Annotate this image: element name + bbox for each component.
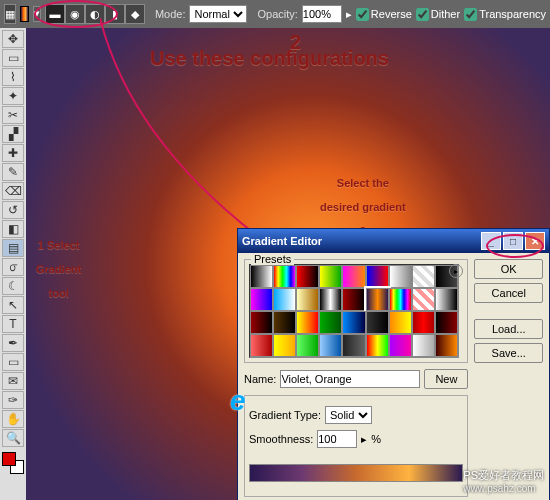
gradient-settings: Gradient Type: Solid Smoothness: ▸ % [244,395,468,497]
mode-label: Mode: [155,8,186,20]
preset-swatch[interactable] [319,334,342,357]
cancel-button[interactable]: Cancel [474,283,543,303]
preset-swatch[interactable] [342,265,365,288]
preset-swatch[interactable] [250,288,273,311]
pen-tool[interactable]: ✒ [2,334,24,352]
preset-swatch[interactable] [296,288,319,311]
smooth-label: Smoothness: [249,433,313,445]
eyedropper-tool[interactable]: ✑ [2,391,24,409]
crop-tool[interactable]: ✂ [2,106,24,124]
brush-tool[interactable]: ✎ [2,163,24,181]
eraser-tool[interactable]: ◧ [2,220,24,238]
preset-swatch[interactable] [296,334,319,357]
diamond-gradient-btn[interactable]: ◆ [125,4,145,24]
opacity-label: Opacity: [257,8,297,20]
annotation-2: Use these configurations [150,46,389,70]
notes-tool[interactable]: ✉ [2,372,24,390]
presets-menu-icon[interactable]: ▸ [449,264,463,278]
preset-swatch[interactable] [412,265,435,288]
opacity-input[interactable] [302,5,342,23]
save-button[interactable]: Save... [474,343,543,363]
watermark: PS爱好者教程网 www.psahz.com [463,467,544,494]
marquee-tool[interactable]: ▭ [2,49,24,67]
presets-fieldset: Presets ▸ [244,259,468,363]
smooth-input[interactable] [317,430,357,448]
heal-tool[interactable]: ✚ [2,144,24,162]
preset-swatch[interactable] [273,265,296,288]
tool-palette: ✥ ▭ ⌇ ✦ ✂ ▞ ✚ ✎ ⌫ ↺ ◧ ▤ ൦ ☾ ↖ T ✒ ▭ ✉ ✑ … [0,28,26,500]
mode-select[interactable]: Normal [189,5,247,23]
history-brush-tool[interactable]: ↺ [2,201,24,219]
shape-tool[interactable]: ▭ [2,353,24,371]
preset-swatch[interactable] [412,288,435,311]
logo-e: e [230,385,246,417]
preset-swatch[interactable] [412,311,435,334]
ok-button[interactable]: OK [474,259,543,279]
slice-tool[interactable]: ▞ [2,125,24,143]
gtype-select[interactable]: Solid [325,406,372,424]
preset-swatch[interactable] [250,265,273,288]
type-tool[interactable]: T [2,315,24,333]
gtype-label: Gradient Type: [249,409,321,421]
percent-label: % [371,433,381,445]
presets-label: Presets [251,253,294,265]
move-tool[interactable]: ✥ [2,30,24,48]
presets-grid [249,264,459,358]
preset-swatch[interactable] [319,288,342,311]
wand-tool[interactable]: ✦ [2,87,24,105]
preset-swatch[interactable] [366,265,389,288]
preset-swatch[interactable] [273,334,296,357]
name-label: Name: [244,373,276,385]
annotation-circle-1 [34,0,118,28]
preset-swatch[interactable] [389,288,412,311]
annotation-1: 1 Select Gradient tool [36,230,81,302]
preset-swatch[interactable] [435,288,458,311]
transparency-checkbox[interactable]: Transparency [464,8,546,21]
zoom-tool[interactable]: 🔍 [2,429,24,447]
preset-swatch[interactable] [389,265,412,288]
gradient-editor-dialog: Gradient Editor _ □ ✕ Presets ▸ Name: Ne… [237,228,550,500]
preset-swatch[interactable] [250,334,273,357]
preset-swatch[interactable] [296,265,319,288]
preset-swatch[interactable] [296,311,319,334]
color-stops[interactable] [249,482,463,492]
preset-swatch[interactable] [342,311,365,334]
preset-swatch[interactable] [319,265,342,288]
preset-swatch[interactable] [250,311,273,334]
gradient-bar[interactable] [249,464,463,482]
preset-swatch[interactable] [342,288,365,311]
preset-swatch[interactable] [412,334,435,357]
opacity-stops[interactable] [249,448,463,458]
dialog-title: Gradient Editor [242,235,322,247]
path-tool[interactable]: ↖ [2,296,24,314]
blur-tool[interactable]: ൦ [2,258,24,276]
dodge-tool[interactable]: ☾ [2,277,24,295]
preset-swatch[interactable] [366,334,389,357]
new-button[interactable]: New [424,369,468,389]
reverse-checkbox[interactable]: Reverse [356,8,412,21]
load-button[interactable]: Load... [474,319,543,339]
dither-checkbox[interactable]: Dither [416,8,460,21]
preset-swatch[interactable] [366,288,389,311]
preset-swatch[interactable] [366,311,389,334]
opacity-arrow-icon[interactable]: ▸ [346,8,352,21]
annotation-circle-ok [486,234,544,258]
color-swatches[interactable] [2,452,24,474]
preset-swatch[interactable] [342,334,365,357]
preset-swatch[interactable] [319,311,342,334]
gradient-swatch[interactable] [20,6,29,22]
preset-swatch[interactable] [389,334,412,357]
tool-preset-picker[interactable]: ▦ [4,4,16,24]
stamp-tool[interactable]: ⌫ [2,182,24,200]
preset-swatch[interactable] [435,311,458,334]
gradient-tool[interactable]: ▤ [2,239,24,257]
hand-tool[interactable]: ✋ [2,410,24,428]
lasso-tool[interactable]: ⌇ [2,68,24,86]
preset-swatch[interactable] [435,334,458,357]
smooth-arrow-icon[interactable]: ▸ [361,433,367,446]
preset-swatch[interactable] [273,311,296,334]
name-input[interactable] [280,370,420,388]
preset-swatch[interactable] [273,288,296,311]
preset-swatch[interactable] [389,311,412,334]
